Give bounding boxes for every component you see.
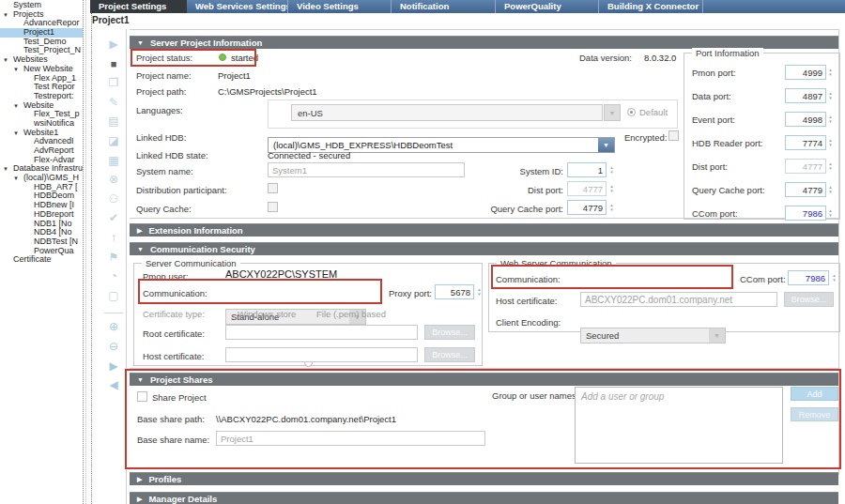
languages-dropdown-icon[interactable]: ▼ (604, 104, 621, 121)
tree-item[interactable]: Testreport: (0, 92, 83, 101)
distribution-participant-checkbox[interactable] (268, 183, 278, 193)
tree-item[interactable]: ▼ Websites (0, 55, 83, 65)
tree-expander-icon[interactable] (13, 19, 23, 28)
tree-item[interactable]: Test_Demo (0, 38, 83, 47)
tree-expander-icon[interactable] (23, 201, 34, 210)
root-certificate-browse-button[interactable]: Browse... (424, 325, 475, 340)
system-id-spinner[interactable]: ▲▼ (607, 162, 616, 177)
tree-item[interactable]: HDBDeom (0, 191, 83, 201)
tree-item[interactable]: ▼ Database Infrastru (0, 164, 83, 174)
tree-expander-icon[interactable] (13, 28, 23, 38)
default-language-radio[interactable] (627, 108, 636, 116)
web-host-certificate-browse-button[interactable]: Browse... (784, 292, 834, 307)
port-field-input[interactable] (785, 65, 826, 80)
query-cache-checkbox[interactable] (268, 202, 278, 212)
tree-expander-icon[interactable] (23, 110, 34, 119)
settings-tab[interactable]: Web Services Settings (187, 0, 288, 13)
tree-item[interactable]: HDBreport (0, 210, 83, 220)
port-field-spinner[interactable]: ▲▼ (826, 88, 835, 103)
tree-expander-icon[interactable] (23, 237, 34, 247)
host-certificate-input[interactable] (225, 347, 418, 362)
language-item[interactable]: en-US (291, 104, 603, 121)
toolbar-icon[interactable]: ⚑ (100, 249, 128, 268)
port-field-spinner[interactable]: ▲▼ (826, 159, 835, 174)
tree-expander-icon[interactable]: ▼ (13, 129, 23, 138)
tree-item[interactable]: Test_Project_N (0, 46, 83, 55)
toolbar-icon[interactable]: ▶ (100, 358, 128, 377)
tree-item[interactable]: wsiNotifica (0, 119, 83, 129)
tree-expander-icon[interactable] (3, 1, 13, 10)
toolbar-icon[interactable]: ■ (100, 55, 128, 75)
tree-item[interactable]: PowerQua (0, 247, 83, 256)
toolbar-icon[interactable]: ⊖ (100, 338, 128, 358)
tree-expander-icon[interactable]: ▼ (13, 101, 23, 111)
toolbar-icon[interactable]: ▶ (100, 36, 128, 55)
section-header-server-project-information[interactable]: ▼ Server Project Information (130, 36, 838, 49)
tree-item[interactable]: AdvancedI (0, 137, 83, 146)
settings-tab[interactable]: Video Settings (288, 0, 392, 13)
settings-tab[interactable]: Notification (392, 0, 496, 13)
proxy-port-input[interactable] (435, 284, 474, 299)
tree-expander-icon[interactable] (23, 137, 34, 146)
tree-item[interactable]: Test Repor (0, 83, 83, 92)
system-id-input[interactable] (567, 162, 607, 177)
tree-item[interactable]: ▼ Website1 (0, 129, 83, 138)
toolbar-icon[interactable] (104, 306, 123, 313)
port-field-spinner[interactable]: ▲▼ (826, 182, 835, 197)
port-field-input[interactable] (785, 112, 826, 127)
tree-expander-icon[interactable] (23, 119, 34, 129)
port-field-spinner[interactable]: ▲▼ (826, 135, 835, 150)
settings-tab[interactable]: PowerQuality (496, 0, 599, 13)
toolbar-icon[interactable]: ↑ (100, 229, 128, 249)
toolbar-icon[interactable]: ⊗ (100, 171, 128, 191)
tree-expander-icon[interactable] (13, 46, 23, 55)
port-field-input[interactable] (785, 135, 826, 150)
tree-expander-icon[interactable]: ▼ (13, 174, 23, 183)
tree-item[interactable]: Flex App_1 (0, 74, 83, 84)
root-certificate-input[interactable] (225, 325, 418, 340)
toolbar-icon[interactable]: ▦ (100, 152, 128, 172)
toolbar-icon[interactable]: ⚇ (100, 191, 128, 210)
dist-port-spinner[interactable]: ▲▼ (607, 181, 616, 196)
port-field-spinner[interactable]: ▲▼ (826, 65, 835, 80)
tree-item[interactable]: ▼ Website (0, 101, 83, 111)
port-field-spinner[interactable]: ▲▼ (826, 112, 835, 127)
tree-expander-icon[interactable] (3, 255, 13, 265)
settings-tab[interactable]: Building X Connector (599, 0, 703, 13)
tree-expander-icon[interactable]: ▼ (3, 55, 13, 65)
tree-item[interactable]: NDB4 [No (0, 228, 83, 237)
toolbar-icon[interactable]: ❐ (100, 74, 128, 94)
tree-item[interactable]: HDBnew [I (0, 201, 83, 210)
web-host-certificate-input[interactable] (580, 292, 777, 307)
section-header-manager-details[interactable]: ▶ Manager Details (130, 492, 838, 504)
ccom-port-spinner[interactable]: ▲▼ (830, 270, 838, 285)
chevron-down-icon[interactable]: ▼ (709, 328, 725, 343)
web-communication-combo[interactable]: Secured ▼ (580, 328, 726, 344)
tree-expander-icon[interactable] (23, 183, 34, 192)
tree-expander-icon[interactable] (23, 220, 34, 229)
query-cache-port-input[interactable] (567, 200, 607, 215)
toolbar-icon[interactable]: ✔ (100, 209, 128, 229)
toolbar-icon[interactable]: ⊕ (100, 318, 128, 338)
chevron-down-icon[interactable]: ▼ (598, 138, 614, 152)
toolbar-icon[interactable]: ◀ (100, 376, 128, 396)
tree-expander-icon[interactable] (23, 83, 34, 92)
tree-item[interactable]: AdvanceRepor (0, 19, 83, 28)
tree-item[interactable]: ▼ (local)\GMS_H (0, 174, 83, 183)
ccom-port-input[interactable] (788, 270, 829, 285)
section-header-extension-information[interactable]: ▶ Extension Information (130, 223, 838, 237)
tree-item[interactable]: HDB_AR7 [ (0, 183, 83, 192)
dist-port-input[interactable] (567, 181, 607, 196)
tree-item[interactable]: NDBTest [N (0, 237, 83, 247)
tree-item[interactable]: AdvReport (0, 146, 83, 156)
toolbar-icon[interactable]: ▤ (100, 113, 128, 132)
tree-expander-icon[interactable] (23, 247, 34, 256)
host-certificate-browse-button[interactable]: Browse... (424, 347, 475, 362)
encrypted-checkbox[interactable] (668, 130, 679, 141)
settings-tab[interactable]: Project Settings (90, 0, 187, 13)
tree-expander-icon[interactable] (23, 228, 34, 237)
tree-item[interactable]: Flex_Test_p (0, 110, 83, 119)
tree-expander-icon[interactable]: ▼ (3, 164, 13, 174)
toolbar-icon[interactable]: ▢ (100, 287, 128, 307)
toolbar-icon[interactable]: ✎ (100, 94, 128, 114)
